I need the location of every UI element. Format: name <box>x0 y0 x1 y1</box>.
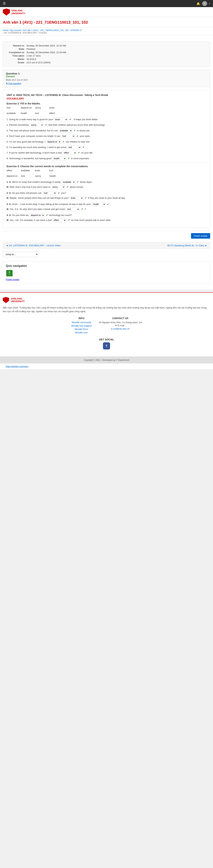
sentence-4: 4. Don't have your computer screen too b… <box>6 134 207 138</box>
started-label: Started on <box>5 44 26 47</box>
next-activity-link[interactable]: IELTS Speaking (Week 8) - In Class ► <box>167 244 207 247</box>
word-bank-ex2-row2: available health hurt effect <box>6 112 207 115</box>
word-bank-ex3-row2: depend on rest worry health <box>6 175 207 177</box>
exercise-content: UNIT 4: HIGH TECH, NO TECH – LISTENING B… <box>3 90 210 228</box>
conversation-3: 3. A: Hmm... Look at this blog. It says … <box>6 202 207 211</box>
conv2-b-check: ✔ <box>85 196 87 199</box>
footer-info-col: INFO Moodle community Moodle free suppor… <box>71 317 92 335</box>
top-navigation: ☰ 🔔 N ▾ <box>0 0 213 7</box>
conv4-b-dropdown[interactable]: effect <box>52 218 66 222</box>
logo-bar: VANLANG UNIVERSITY <box>0 7 213 17</box>
copyright-text: Copyright © 2022 - Developed by IT Depar… <box>84 359 129 361</box>
conv2-b-dropdown[interactable]: brain <box>69 196 83 200</box>
sentence-4-dropdown[interactable]: hurt <box>61 134 75 138</box>
question-box: Question 1 Correct Mark 16.0 out of 16.0… <box>3 70 210 87</box>
footer-moodle-com[interactable]: Moodle.com <box>71 331 92 334</box>
avatar[interactable]: N <box>202 1 207 6</box>
conv3-a-dropdown[interactable]: health <box>91 202 106 206</box>
sentence-7-dropdown[interactable]: effect <box>62 151 77 155</box>
sentence-6-dropdown[interactable]: rest <box>67 145 81 149</box>
conv1-b-check: ✔ <box>66 186 68 188</box>
conv1-b-dropdown[interactable]: worry <box>51 185 65 189</box>
sentence-3: 3. The new cell phone looks wonderful, b… <box>6 128 207 133</box>
footer-email-link[interactable]: p.cntt@vlu.edu.vn <box>99 328 142 330</box>
nav-links-bar: ◄ U4. LISTENING B. VOCABULARY - Lecture … <box>3 242 210 249</box>
conv1-b: B: Well, that's only true if you don't h… <box>6 185 207 189</box>
footer-moodle-community[interactable]: Moodle community <box>71 321 92 324</box>
bell-icon[interactable]: 🔔 <box>196 2 200 5</box>
conv4-b: B: Yes, I do. For example, it can have a… <box>6 218 207 222</box>
footer-moodle-docs[interactable]: Moodle Docs <box>71 328 92 331</box>
breadcrumb: Home / My courses / Anh văn 1 (AV1) - 22… <box>0 28 213 36</box>
vocab-label: VOCABULARY <box>6 97 207 100</box>
conv3-b: B: Yes, it is. So why don't you take a b… <box>6 207 207 211</box>
conv2-a-dropdown[interactable]: hurt <box>42 191 56 195</box>
sentence-4-check: ✔ <box>77 135 78 137</box>
conversation-2: 2. A: Do you think cell phones can hurt … <box>6 191 207 200</box>
facebook-link[interactable]: f <box>103 342 110 349</box>
sentence-1-dropdown[interactable]: brain <box>54 118 68 121</box>
breadcrumb-lesson[interactable]: LESSON 17 <box>70 29 82 32</box>
conv2-b: B: Maybe. Some people think they can do … <box>6 196 207 200</box>
footer-info-title: INFO <box>71 317 92 320</box>
main-content: Started on Sunday, 25 December 2022, 12:… <box>0 36 213 289</box>
jump-to-select[interactable]: Jump to... <box>3 252 38 257</box>
data-retention-link[interactable]: Data retention summary <box>3 364 31 369</box>
footer-bottom: Copyright © 2022 - Developed by IT Depar… <box>0 356 213 364</box>
sentence-2-dropdown[interactable]: worry <box>29 123 44 127</box>
time-taken-value: 1 min 17 secs <box>26 55 41 57</box>
marks-label: Marks <box>5 58 26 60</box>
sentence-5-dropdown[interactable]: depend on <box>46 140 61 144</box>
sentence-8-dropdown[interactable]: health <box>52 157 66 160</box>
word-rest: rest <box>6 106 17 109</box>
footer-social-title: GET SOCIAL <box>3 338 210 341</box>
word-depend-on: depend on <box>21 106 32 109</box>
sentence-6: 6. I'm spending too much time working. I… <box>6 145 207 149</box>
conv4-a-dropdown[interactable]: depend on <box>29 213 45 217</box>
sentence-2-check: ✔ <box>45 124 47 126</box>
breadcrumb-my-courses[interactable]: My courses <box>10 29 21 32</box>
quiz-nav-item-1[interactable]: 1 ✓ <box>6 270 12 276</box>
flag-question-link[interactable]: ⚑ Flag question <box>6 82 21 85</box>
quiz-finish-review-link[interactable]: Finish review <box>6 278 19 281</box>
conv1-a-check: ✔ <box>77 181 79 183</box>
breadcrumb-home[interactable]: Home <box>3 29 8 32</box>
finish-review-button[interactable]: Finish review <box>191 233 210 239</box>
conv3-a-check: ✔ <box>107 203 109 206</box>
university-logo[interactable]: VANLANG UNIVERSITY <box>3 8 25 16</box>
user-dropdown-icon[interactable]: ▾ <box>209 3 210 5</box>
ex2-instruction: Exercise 2: Fill in the blanks. <box>6 102 207 105</box>
correct-badge: Correct <box>6 75 207 78</box>
footer-social: GET SOCIAL f <box>3 338 210 349</box>
conv3-b-dropdown[interactable]: rest <box>65 207 80 211</box>
sentence-7-check: ✔ <box>78 151 80 154</box>
time-taken-label: Time taken <box>5 55 26 57</box>
sentence-3-check: ✔ <box>74 129 76 132</box>
footer-university-name: VANLANG UNIVERSITY <box>11 297 25 303</box>
marks-value: 16.0/16.0 <box>26 58 36 60</box>
conversation-1: 1. A: We're so lucky that modern technol… <box>6 180 207 189</box>
prev-activity-link[interactable]: ◄ U4. LISTENING B. VOCABULARY - Lecture … <box>6 244 60 247</box>
hamburger-menu-icon[interactable]: ☰ <box>3 2 6 5</box>
sentence-2: 2. Parents sometimes worry ✔ that their … <box>6 123 207 127</box>
page-title: Anh văn 1 (AV1) - 221_71ENG110013_101, 1… <box>3 20 210 25</box>
data-retention-bar: Data retention summary <box>0 364 213 369</box>
breadcrumb-course[interactable]: Anh văn 1 (AV1) - 221_71ENG110013_101, 1… <box>23 29 69 32</box>
jump-to-container: Jump to... <box>3 250 210 258</box>
conv1-a-dropdown[interactable]: available <box>61 180 75 184</box>
quiz-nav-title: Quiz navigation <box>6 264 207 268</box>
footer-contact-title: CONTACT US <box>99 317 142 320</box>
grade-label: Grade <box>5 61 26 64</box>
footer-description: Đến năm 2025, Trường Đại học Văn Lang tr… <box>3 306 210 313</box>
breadcrumb-activity: U4. LISTENING B. VOCABULARY – Practice <box>4 32 47 34</box>
footer-moodle-support[interactable]: Moodle free support <box>71 324 92 327</box>
footer-contact-col: CONTACT US 45 Nguyen Khac Nhu, Co Giang … <box>99 317 142 335</box>
word-bank-ex3: effect available brain hurt <box>6 169 207 172</box>
conv1-a: 1. A: We're so lucky that modern technol… <box>6 180 207 184</box>
conversation-4: 4. A: Do you think we depend on ✔ techno… <box>6 213 207 222</box>
conv4-a: 4. A: Do you think we depend on ✔ techno… <box>6 213 207 217</box>
footer-logo-shield <box>3 297 9 303</box>
sentence-3-dropdown[interactable]: available <box>58 129 73 133</box>
sentence-6-check: ✔ <box>83 146 84 149</box>
sentence-5-check: ✔ <box>62 141 64 143</box>
